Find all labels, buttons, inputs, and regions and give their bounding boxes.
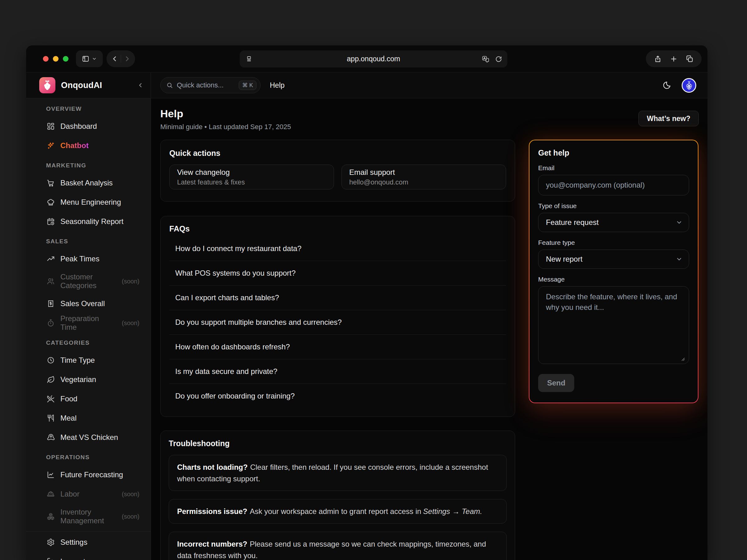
- search-placeholder: Quick actions...: [177, 81, 224, 89]
- view-changelog-button[interactable]: View changelog Latest features & fixes: [169, 165, 334, 189]
- faq-item[interactable]: Is my data secure and private?: [169, 359, 506, 384]
- sidebar-item-logout[interactable]: Log out: [26, 553, 151, 560]
- get-help-panel: Get help Email Type of issue Feature req…: [529, 140, 698, 403]
- boxes-icon: [47, 512, 55, 521]
- resize-handle-icon[interactable]: [680, 356, 686, 362]
- close-window-button[interactable]: [43, 56, 49, 61]
- clock-icon: [47, 356, 55, 364]
- utensils-crossed-icon: [47, 395, 55, 403]
- browser-window: app.onqoud.com OnqoudAI: [26, 46, 707, 560]
- troubleshooting-title: Troubleshooting: [169, 439, 507, 448]
- users-icon: [47, 277, 55, 285]
- new-tab-icon[interactable]: [670, 55, 677, 63]
- page-title: Help: [160, 107, 291, 120]
- url-text: app.onqoud.com: [240, 55, 507, 63]
- utensils-icon: [47, 414, 55, 422]
- keyboard-shortcut-badge: ⌘ K: [239, 81, 256, 90]
- minimize-window-button[interactable]: [53, 56, 58, 61]
- feature-type-select[interactable]: New report: [538, 249, 689, 269]
- main-content: Help Minimal guide • Last updated Sep 17…: [151, 98, 707, 560]
- sidebar-section-operations: OPERATIONS: [26, 451, 151, 463]
- faq-item[interactable]: How do I connect my restaurant data?: [169, 236, 506, 261]
- translate-icon[interactable]: [482, 55, 489, 63]
- share-icon[interactable]: [654, 55, 662, 63]
- sidebar-item-basket-analysis[interactable]: Basket Analysis: [26, 174, 151, 192]
- sidebar-item-future-forecasting[interactable]: Future Forecasting: [26, 466, 151, 483]
- soon-badge: (soon): [122, 320, 139, 327]
- soon-badge: (soon): [122, 513, 139, 520]
- zoom-window-button[interactable]: [63, 56, 69, 61]
- quick-actions-card: Quick actions View changelog Latest feat…: [160, 140, 515, 202]
- issue-type-label: Type of issue: [538, 202, 689, 210]
- dashboard-icon: [47, 122, 55, 130]
- chevron-down-icon: [676, 219, 682, 226]
- feature-type-label: Feature type: [538, 239, 689, 246]
- faq-item[interactable]: Can I export charts and tables?: [169, 286, 506, 310]
- soon-badge: (soon): [122, 490, 139, 498]
- faq-item[interactable]: What POS systems do you support?: [169, 261, 506, 286]
- sidebar-item-vegetarian[interactable]: Vegetarian: [26, 371, 151, 388]
- reload-icon[interactable]: [495, 55, 503, 63]
- sidebar-section-categories: CATEGORIES: [26, 337, 151, 349]
- faq-item[interactable]: How often do dashboards refresh?: [169, 335, 506, 359]
- faq-item[interactable]: Do you support multiple branches and cur…: [169, 310, 506, 335]
- sidebar-item-time-type[interactable]: Time Type: [26, 351, 151, 369]
- brand-area: OnqoudAI: [26, 73, 151, 98]
- chef-hat-icon: [47, 198, 55, 206]
- sidebar-item-settings[interactable]: Settings: [26, 534, 151, 551]
- desktop-background: app.onqoud.com OnqoudAI: [0, 0, 747, 560]
- reader-icon[interactable]: [245, 55, 253, 63]
- sidebar-section-overview: OVERVIEW: [26, 103, 151, 115]
- message-field[interactable]: [538, 286, 689, 364]
- sidebar-item-food[interactable]: Food: [26, 390, 151, 407]
- sidebar-item-preparation-time: Preparation Time (soon): [26, 314, 151, 331]
- quick-actions-search[interactable]: Quick actions... ⌘ K: [160, 77, 260, 93]
- email-label: Email: [538, 164, 689, 172]
- line-chart-icon: [47, 471, 55, 479]
- troubleshooting-item: Incorrect numbers?Please send us a messa…: [169, 532, 507, 560]
- receipt-icon: [47, 300, 55, 308]
- email-support-button[interactable]: Email support hello@onqoud.com: [341, 165, 506, 189]
- back-button[interactable]: [110, 55, 119, 63]
- faq-item[interactable]: Do you offer onboarding or training?: [169, 384, 506, 408]
- address-bar[interactable]: app.onqoud.com: [240, 50, 507, 68]
- sidebar-toggle-button[interactable]: [76, 50, 103, 67]
- page-subtitle: Minimal guide • Last updated Sep 17, 202…: [160, 123, 291, 131]
- faqs-card: FAQs How do I connect my restaurant data…: [160, 216, 515, 417]
- sidebar-item-meal[interactable]: Meal: [26, 409, 151, 427]
- whats-new-button[interactable]: What’s new?: [638, 111, 699, 126]
- tab-help[interactable]: Help: [270, 81, 284, 89]
- window-actions-group: [646, 50, 701, 67]
- sidebar-item-chatbot[interactable]: Chatbot: [26, 137, 151, 154]
- app-name: OnqoudAI: [61, 81, 102, 90]
- leaf-icon: [47, 375, 55, 383]
- app-header: OnqoudAI Quick actions... ⌘ K Help: [26, 72, 707, 98]
- soon-badge: (soon): [122, 278, 139, 285]
- faqs-title: FAQs: [169, 224, 506, 233]
- tab-overview-icon[interactable]: [686, 55, 693, 63]
- avatar-berry-icon: [684, 80, 695, 91]
- collapse-sidebar-icon[interactable]: [137, 82, 144, 89]
- traffic-lights: [43, 56, 69, 61]
- sidebar-divider: [26, 531, 151, 532]
- trending-up-icon: [47, 255, 55, 263]
- sidebar-item-sales-overall[interactable]: Sales Overall: [26, 295, 151, 312]
- logout-icon: [47, 558, 55, 560]
- quick-actions-title: Quick actions: [169, 149, 506, 158]
- email-field[interactable]: [538, 175, 689, 195]
- message-label: Message: [538, 276, 689, 283]
- sidebar-section-sales: SALES: [26, 235, 151, 248]
- sidebar-item-seasonality-report[interactable]: Seasonality Report: [26, 213, 151, 230]
- forward-button[interactable]: [123, 55, 131, 63]
- sidebar-item-meat-vs-chicken[interactable]: Meat VS Chicken: [26, 429, 151, 446]
- send-button[interactable]: Send: [538, 374, 574, 392]
- sidebar-item-peak-times[interactable]: Peak Times: [26, 250, 151, 268]
- sidebar-item-dashboard[interactable]: Dashboard: [26, 117, 151, 135]
- dark-mode-toggle-icon[interactable]: [662, 81, 671, 89]
- sidebar-section-marketing: MARKETING: [26, 159, 151, 172]
- raspberry-logo-icon: [41, 79, 54, 91]
- app-logo[interactable]: [39, 77, 55, 93]
- issue-type-select[interactable]: Feature request: [538, 213, 689, 232]
- avatar[interactable]: [681, 78, 696, 93]
- sidebar-item-menu-engineering[interactable]: Menu Engineering: [26, 193, 151, 211]
